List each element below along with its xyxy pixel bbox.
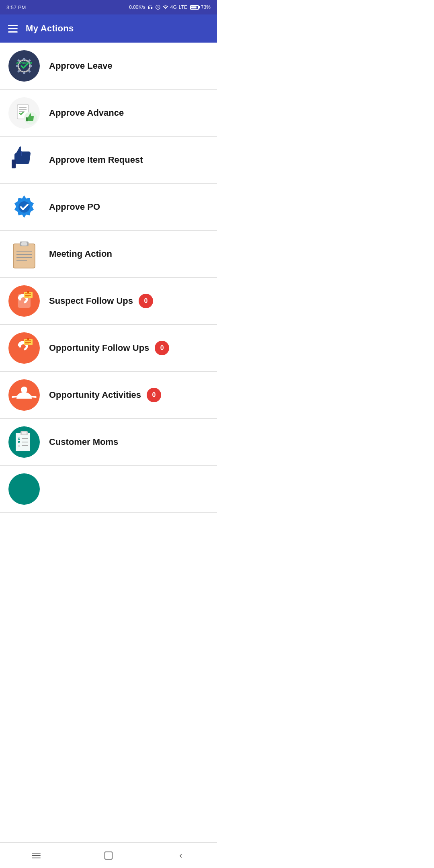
svg-rect-18 — [12, 160, 16, 168]
action-list: APPROVED A — [0, 43, 217, 513]
alarm-icon — [155, 4, 161, 10]
suspect-follow-ups-badge: 0 — [139, 294, 153, 308]
svg-rect-6 — [30, 65, 32, 67]
battery-icon — [190, 5, 199, 10]
customer-moms-label: Customer Moms — [49, 437, 118, 447]
opportunity-follow-ups-label: Opportunity Follow Ups — [49, 343, 149, 353]
approve-leave-icon: APPROVED — [8, 50, 40, 82]
opportunity-follow-ups-icon — [8, 332, 40, 364]
svg-line-42 — [12, 396, 20, 397]
svg-rect-39 — [27, 338, 29, 340]
battery-percent: 73% — [201, 4, 211, 10]
svg-text:APPROVED: APPROVED — [16, 61, 32, 64]
svg-rect-4 — [23, 72, 25, 74]
svg-rect-33 — [27, 291, 29, 293]
svg-point-34 — [8, 332, 40, 364]
meeting-action-label: Meeting Action — [49, 249, 112, 259]
approve-item-request-icon — [8, 144, 40, 176]
signal-icon — [163, 4, 168, 10]
action-item-meeting-action[interactable]: Meeting Action — [0, 231, 217, 278]
status-bar: 3:57 PM 0.00K/s 4G LTE 73% — [0, 0, 217, 14]
action-item-opportunity-follow-ups[interactable]: Opportunity Follow Ups 0 — [0, 325, 217, 372]
approve-advance-icon — [8, 97, 40, 129]
action-item-approve-advance[interactable]: Approve Advance — [0, 90, 217, 137]
approve-po-icon — [8, 191, 40, 223]
status-icons: 0.00K/s 4G LTE 73% — [129, 4, 211, 10]
menu-button[interactable] — [8, 25, 18, 33]
approve-item-request-label: Approve Item Request — [49, 155, 143, 165]
svg-point-41 — [21, 387, 27, 393]
opportunity-activities-label: Opportunity Activities — [49, 390, 141, 400]
svg-rect-5 — [16, 65, 18, 67]
svg-line-43 — [29, 396, 36, 397]
headphone-icon — [147, 4, 153, 10]
svg-point-54 — [8, 473, 40, 505]
svg-rect-17 — [26, 117, 28, 121]
action-item-approve-item-request[interactable]: Approve Item Request — [0, 137, 217, 184]
action-item-extra[interactable] — [0, 466, 217, 513]
approve-po-label: Approve PO — [49, 202, 100, 212]
action-item-approve-leave[interactable]: APPROVED A — [0, 43, 217, 90]
suspect-follow-ups-icon — [8, 285, 40, 317]
opportunity-follow-ups-badge: 0 — [155, 341, 169, 355]
approve-leave-label: Approve Leave — [49, 61, 113, 71]
customer-moms-icon — [8, 426, 40, 458]
status-time: 3:57 PM — [6, 4, 26, 10]
page-title: My Actions — [26, 23, 74, 34]
action-item-customer-moms[interactable]: Customer Moms — [0, 419, 217, 466]
approve-advance-label: Approve Advance — [49, 108, 124, 118]
svg-point-0 — [8, 50, 40, 82]
lte-label: LTE — [179, 4, 187, 10]
action-item-suspect-follow-ups[interactable]: Suspect Follow Ups 0 — [0, 278, 217, 325]
action-item-opportunity-activities[interactable]: Opportunity Activities 0 — [0, 372, 217, 419]
opportunity-activities-badge: 0 — [147, 388, 161, 402]
network-speed: 0.00K/s — [129, 4, 145, 10]
svg-rect-3 — [23, 58, 25, 60]
svg-rect-23 — [21, 242, 27, 246]
svg-rect-20 — [13, 244, 35, 268]
suspect-follow-ups-label: Suspect Follow Ups — [49, 296, 133, 306]
content-area: APPROVED A — [0, 43, 217, 538]
network-type: 4G — [170, 4, 177, 10]
app-bar: My Actions — [0, 14, 217, 43]
svg-rect-47 — [22, 432, 27, 434]
svg-rect-48 — [18, 438, 20, 440]
meeting-action-icon — [8, 238, 40, 270]
svg-rect-52 — [18, 445, 20, 447]
svg-rect-50 — [18, 441, 20, 443]
opportunity-activities-icon — [8, 379, 40, 411]
action-item-approve-po[interactable]: Approve PO — [0, 184, 217, 231]
extra-icon — [8, 473, 40, 505]
